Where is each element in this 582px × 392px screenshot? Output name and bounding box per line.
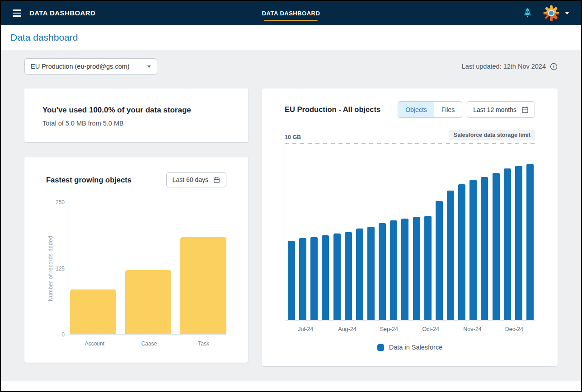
legend-label: Data in Salesforce [389,344,442,351]
toggle-option-objects[interactable]: Objects [398,102,434,117]
x-tick-label: Nov-24 [451,326,493,332]
storage-bar [436,201,443,320]
storage-bar [504,168,511,320]
fastest-growing-objects-card: Fastest growing objects Last 60 days [24,157,248,363]
last-updated-text: Last updated: 12th Nov 2024 [462,63,546,70]
y-tick-label: 125 [56,266,65,272]
top-navbar: DATA DASHBOARD DATA DASHBOARD [1,1,581,25]
x-tick-label: Sep-24 [368,326,410,332]
org-select-value: EU Production (eu-prod@gs.com) [31,63,130,70]
hamburger-icon[interactable] [13,8,21,18]
storage-chart: 10 GB Salesforce data storage limit Jul-… [285,130,535,351]
page-title-bar: Data dashboard [1,25,581,50]
growth-card-title: Fastest growing objects [46,176,131,184]
org-storage-card: EU Production - All objects Objects File… [262,89,558,366]
storage-usage-title: You've used 100.0% of your data storage [42,106,230,115]
chevron-down-icon [565,12,569,14]
storage-bar [333,233,341,320]
storage-bar [469,180,477,320]
storage-bar [413,217,420,320]
storage-chart-plot [285,144,535,321]
info-icon[interactable] [550,63,558,70]
legend-swatch [377,344,384,351]
storage-bar [322,235,329,320]
growth-range-value: Last 60 days [173,176,208,183]
growth-chart: Number of records added 0125250 AccountC… [46,202,226,347]
storage-bar [379,223,386,320]
x-tick-label: Oct-24 [410,326,451,332]
app-window: DATA DASHBOARD DATA DASHBOARD [0,0,582,392]
storage-bar [390,220,397,320]
gear-logo-icon [543,5,559,21]
objects-files-toggle: Objects Files [398,101,462,118]
y-tick-label: 250 [56,199,65,205]
storage-chart-bars [285,144,535,320]
page-title: Data dashboard [10,32,78,43]
storage-chart-legend: Data in Salesforce [285,344,535,351]
x-tick-label: Caase [127,341,172,347]
storage-limit-badge: Salesforce data storage limit [449,130,535,140]
storage-range-value: Last 12 months [473,106,516,113]
org-select[interactable]: EU Production (eu-prod@gs.com) [24,58,157,75]
storage-bar [493,173,500,320]
storage-bar [310,237,318,320]
storage-bar [356,229,363,320]
storage-chart-x-labels: Jul-24Aug-24Sep-24Oct-24Nov-24Dec-24 [285,326,535,332]
storage-bar [367,227,375,320]
x-tick-label: Task [181,341,226,347]
growth-range-select[interactable]: Last 60 days [166,172,226,187]
storage-range-select[interactable]: Last 12 months [467,101,535,118]
tab-data-dashboard[interactable]: DATA DASHBOARD [262,1,320,25]
growth-chart-y-axis-title: Number of records added [46,202,55,335]
storage-bar [526,164,534,320]
storage-bar [458,184,465,320]
storage-bar [345,232,352,321]
storage-usage-card: You've used 100.0% of your data storage … [24,89,248,142]
x-tick-label: Jul-24 [285,326,326,332]
tab-label: DATA DASHBOARD [262,10,320,17]
toggle-option-files[interactable]: Files [434,102,462,117]
storage-bar [401,219,408,320]
dashboard-content: EU Production (eu-prod@gs.com) Last upda… [1,50,581,381]
x-tick-label: Dec-24 [493,326,535,332]
storage-limit-value: 10 GB [285,134,301,140]
growth-chart-plot [69,202,226,335]
growth-chart-y-ticks: 0125250 [55,202,69,335]
growth-chart-x-labels: AccountCaaseTask [46,341,226,347]
caret-down-icon [147,65,151,68]
calendar-icon [521,106,529,113]
x-tick-label: Aug-24 [326,326,368,332]
storage-bar [481,177,488,320]
storage-bar [447,191,454,320]
storage-bar [288,241,295,320]
user-menu[interactable] [543,5,569,21]
y-tick-label: 0 [61,331,65,338]
growth-bar-task [180,237,226,334]
storage-card-title: EU Production - All objects [285,105,380,114]
nav-app-title: DATA DASHBOARD [29,9,95,17]
storage-usage-subtitle: Total of 5.0 MB from 5.0 MB [42,120,230,127]
rocket-icon[interactable] [522,6,533,20]
growth-bar-account [70,289,116,334]
storage-bar [299,238,306,320]
x-tick-label: Account [72,341,117,347]
calendar-icon [213,177,220,183]
storage-bar [515,166,522,320]
tab-active-underline [264,20,318,21]
storage-bar [424,216,432,320]
growth-bar-caase [125,270,171,334]
